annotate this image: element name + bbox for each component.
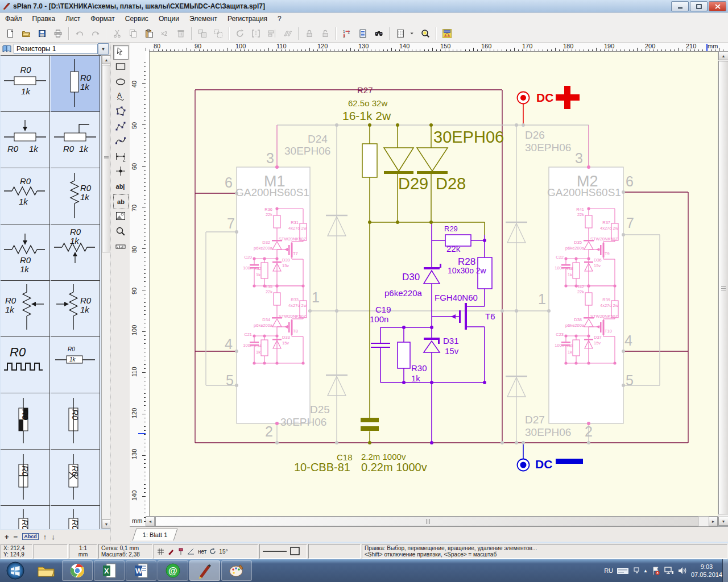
- taskbar-word[interactable]: W: [126, 560, 156, 581]
- maximize-button[interactable]: [690, 1, 708, 11]
- tool-textbox[interactable]: ab: [113, 194, 129, 209]
- toolbar-photo-button[interactable]: [440, 26, 454, 41]
- keyboard-icon[interactable]: [617, 567, 628, 575]
- library-cell-R0-10[interactable]: R0: [1, 337, 50, 393]
- menu-item-7[interactable]: Регистрация: [222, 14, 272, 24]
- library-scroll-up[interactable]: ▲: [102, 55, 111, 64]
- library-cell-R0-12[interactable]: R0: [1, 393, 50, 450]
- library-cell-R0-17[interactable]: R0: [51, 506, 100, 529]
- menu-item-8[interactable]: ?: [272, 14, 287, 24]
- network-icon[interactable]: [664, 567, 674, 575]
- library-cell-R0-8[interactable]: R01k: [1, 281, 50, 337]
- menu-item-4[interactable]: Сервис: [120, 14, 154, 24]
- library-cell-R0-2[interactable]: R01k: [1, 112, 50, 168]
- tool-rect[interactable]: [113, 60, 127, 73]
- tool-node[interactable]: [113, 164, 127, 178]
- volume-icon[interactable]: [678, 567, 687, 575]
- menu-item-1[interactable]: Правка: [27, 14, 61, 24]
- taskbar-explorer[interactable]: [31, 561, 61, 580]
- mode-toggles[interactable]: нет 15°: [154, 544, 258, 559]
- library-footer-btn-1[interactable]: −: [14, 533, 18, 541]
- tool-ruler[interactable]: [113, 239, 127, 253]
- toolbar-renum-button[interactable]: 123: [340, 26, 354, 41]
- library-footer-btn-3[interactable]: ↑: [43, 533, 47, 541]
- hscroll-arrow-2[interactable]: ►: [709, 517, 718, 526]
- sheet-tab[interactable]: 1: Blatt 1: [133, 529, 178, 541]
- library-cell-R0-14[interactable]: R0: [1, 450, 50, 506]
- tool-curve[interactable]: [113, 135, 127, 148]
- toolbar-new-button[interactable]: [3, 26, 18, 41]
- pin-icon[interactable]: [177, 547, 184, 555]
- library-footer-btn-4[interactable]: ↓: [51, 533, 55, 541]
- vscroll-thumb[interactable]: [718, 61, 728, 514]
- tray-expand-icon[interactable]: ▲: [643, 568, 648, 573]
- toolbar-zoomwin-button[interactable]: [418, 26, 433, 41]
- hscroll-arrow-1[interactable]: ◄: [146, 517, 155, 526]
- taskbar-splan[interactable]: [189, 560, 220, 581]
- taskbar-chrome[interactable]: [62, 560, 93, 581]
- library-cell-R0-6[interactable]: R01k: [1, 225, 50, 281]
- library-select-arrow[interactable]: ▼: [98, 43, 109, 55]
- tool-cursor[interactable]: [113, 45, 129, 60]
- library-select[interactable]: Резисторы 1: [14, 44, 98, 54]
- taskbar-paint[interactable]: [221, 560, 252, 581]
- library-cell-R0-15[interactable]: R0: [51, 450, 100, 506]
- toolbar-paste-button[interactable]: [142, 26, 156, 41]
- menu-item-3[interactable]: Формат: [85, 14, 120, 24]
- tool-polygon[interactable]: [113, 105, 127, 118]
- library-scroll-down[interactable]: ▼: [102, 519, 111, 529]
- library-cell-R0-13[interactable]: R0: [51, 393, 100, 450]
- menu-item-6[interactable]: Элемент: [184, 14, 222, 24]
- grid-toggle-icon[interactable]: [156, 547, 165, 556]
- clock[interactable]: 9:0307.05.2014: [691, 563, 722, 579]
- schematic-canvas[interactable]: R2762.5o 32w16-1k 2w30EPH06D29D28C182.2m…: [146, 51, 718, 516]
- pen-icon[interactable]: [167, 547, 175, 555]
- library-cell-R0-4[interactable]: R01k: [1, 168, 50, 225]
- library-cell-R0-9[interactable]: R01k: [51, 281, 100, 337]
- tool-ellipse[interactable]: [113, 75, 127, 89]
- language-indicator[interactable]: RU: [604, 567, 613, 574]
- taskbar-excel[interactable]: X: [94, 560, 125, 581]
- library-cell-R0-7[interactable]: R01k: [51, 225, 100, 281]
- show-desktop-button[interactable]: [722, 559, 728, 582]
- hscroll-thumb[interactable]: [155, 517, 698, 526]
- minimize-button[interactable]: [671, 1, 689, 11]
- vertical-scrollbar[interactable]: ▲▼: [718, 51, 728, 526]
- library-scrollbar[interactable]: ▲▼: [101, 55, 111, 529]
- action-center-flag-icon[interactable]: [652, 567, 660, 575]
- toolbar-bom-button[interactable]: [355, 26, 370, 41]
- toolbar-open-button[interactable]: [19, 26, 34, 41]
- tool-label[interactable]: ab|: [113, 180, 127, 193]
- horizontal-scrollbar[interactable]: ◄►: [146, 516, 718, 526]
- library-cell-R0-5[interactable]: R01k: [51, 168, 100, 225]
- toolbar-search-button[interactable]: [371, 26, 386, 41]
- start-button[interactable]: [1, 561, 30, 580]
- library-cell-R0-3[interactable]: R01k: [51, 112, 100, 168]
- toolbar-gridarrow-button[interactable]: [409, 26, 417, 41]
- taskbar-mail-agent[interactable]: @: [158, 560, 188, 581]
- library-cell-R0-16[interactable]: R0: [1, 506, 50, 529]
- menu-item-5[interactable]: Опции: [154, 14, 184, 24]
- tool-special[interactable]: A: [113, 90, 127, 103]
- library-cell-R0-0[interactable]: R01k: [1, 56, 50, 112]
- toolbar-save-button[interactable]: [35, 26, 49, 41]
- layout-icon[interactable]: [632, 567, 639, 574]
- vscroll-arrow-2[interactable]: ▼: [718, 517, 728, 526]
- library-scroll-thumb[interactable]: [102, 65, 111, 252]
- library-footer-btn-2[interactable]: Abcd: [22, 533, 39, 540]
- menu-item-2[interactable]: Лист: [60, 14, 85, 24]
- toolbar-print-button[interactable]: [51, 26, 65, 41]
- toolbar-grid-button[interactable]: [393, 26, 408, 41]
- menu-item-0[interactable]: Файл: [0, 14, 27, 24]
- tool-zoom[interactable]: [113, 225, 127, 238]
- tool-image[interactable]: [113, 209, 127, 223]
- angle-icon[interactable]: [187, 547, 196, 555]
- close-button[interactable]: [709, 1, 726, 11]
- library-cell-R0-11[interactable]: R01k: [51, 337, 100, 393]
- rotate-step-icon[interactable]: [209, 547, 217, 555]
- library-footer-btn-0[interactable]: +: [5, 533, 9, 541]
- tool-dim[interactable]: [113, 149, 127, 163]
- tool-polyline[interactable]: [113, 120, 127, 134]
- library-cell-R0-1[interactable]: R01k: [51, 56, 100, 112]
- vscroll-arrow-1[interactable]: ▲: [718, 51, 728, 60]
